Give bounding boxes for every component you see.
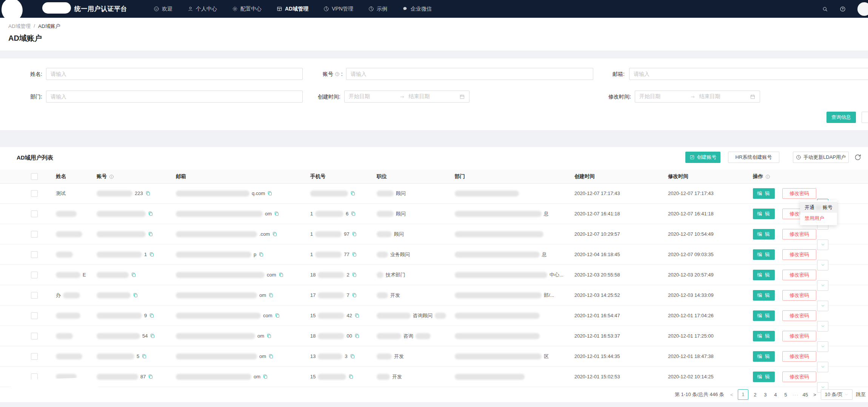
copy-icon[interactable] <box>149 252 154 257</box>
copy-icon[interactable] <box>266 333 272 339</box>
edit-button[interactable]: 编 辑 <box>753 290 775 301</box>
copy-icon[interactable] <box>131 272 136 278</box>
change-password-button[interactable]: 修改密码 <box>782 229 816 240</box>
page-size-select[interactable]: 10 条/页 <box>821 389 853 400</box>
copy-icon[interactable] <box>268 292 274 298</box>
copy-icon[interactable] <box>133 292 138 298</box>
copy-icon[interactable] <box>275 313 280 318</box>
edit-button[interactable]: 编 辑 <box>753 229 775 240</box>
dropdown-item-disable-user[interactable]: 禁用用户 <box>800 213 837 224</box>
edit-button[interactable]: 编 辑 <box>753 270 775 280</box>
copy-icon[interactable] <box>148 374 153 379</box>
change-password-button[interactable]: 修改密码 <box>782 270 816 280</box>
copy-icon[interactable] <box>259 252 264 257</box>
email-filter-input[interactable] <box>629 68 868 80</box>
copy-icon[interactable] <box>142 353 147 359</box>
next-page-button[interactable]: > <box>812 392 817 398</box>
copy-icon[interactable] <box>272 231 277 237</box>
modified-range-picker[interactable]: 开始日期 结束日期 <box>635 91 760 103</box>
create-account-button[interactable]: 创建账号 <box>685 152 720 163</box>
copy-icon[interactable] <box>263 374 268 379</box>
redacted-logo-text <box>42 2 71 14</box>
avatar[interactable] <box>857 2 868 16</box>
reset-button[interactable]: 重置 <box>862 112 868 123</box>
row-checkbox[interactable] <box>31 312 38 319</box>
edit-button[interactable]: 编 辑 <box>753 351 775 362</box>
change-password-button[interactable]: 修改密码 <box>782 372 816 382</box>
row-checkbox[interactable] <box>31 353 38 360</box>
copy-icon[interactable] <box>352 292 357 298</box>
row-checkbox[interactable] <box>31 190 38 197</box>
page-2[interactable]: 2 <box>752 392 759 398</box>
copy-icon[interactable] <box>279 272 284 278</box>
redacted-text <box>416 333 431 339</box>
row-checkbox[interactable] <box>31 251 38 258</box>
dept-cell <box>455 224 543 244</box>
edit-button[interactable]: 编 辑 <box>753 209 775 219</box>
copy-icon[interactable] <box>148 231 153 237</box>
edit-button[interactable]: 编 辑 <box>753 331 775 341</box>
edit-button[interactable]: 编 辑 <box>753 249 775 260</box>
hr-create-account-button[interactable]: HR系统创建账号 <box>728 152 779 163</box>
copy-icon[interactable] <box>350 353 355 359</box>
change-password-button[interactable]: 修改密码 <box>782 188 816 199</box>
copy-icon[interactable] <box>352 252 357 257</box>
row-checkbox[interactable] <box>31 210 38 217</box>
page-3[interactable]: 3 <box>762 392 769 398</box>
copy-icon[interactable] <box>348 374 354 379</box>
copy-icon[interactable] <box>351 211 356 217</box>
copy-icon[interactable] <box>150 333 155 339</box>
copy-icon[interactable] <box>274 211 279 217</box>
copy-icon[interactable] <box>145 190 151 196</box>
copy-icon[interactable] <box>268 353 274 359</box>
created-range-picker[interactable]: 开始日期 结束日期 <box>344 91 469 103</box>
edit-button[interactable]: 编 辑 <box>753 188 775 199</box>
row-checkbox[interactable] <box>31 231 38 238</box>
col-email: 邮箱 <box>176 170 186 183</box>
search-icon[interactable] <box>822 6 828 12</box>
copy-icon[interactable] <box>267 190 272 196</box>
row-checkbox[interactable] <box>31 292 38 299</box>
copy-icon[interactable] <box>352 272 357 278</box>
page-1[interactable]: 1 <box>738 389 748 400</box>
change-password-button[interactable]: 修改密码 <box>782 290 816 301</box>
row-checkbox[interactable] <box>31 272 38 278</box>
position-cell: 顾问 <box>377 224 404 244</box>
copy-icon[interactable] <box>352 231 357 237</box>
account-filter-input[interactable] <box>346 68 593 80</box>
change-password-button[interactable]: 修改密码 <box>782 351 816 362</box>
row-checkbox[interactable] <box>31 333 38 339</box>
copy-icon[interactable] <box>354 313 360 318</box>
page-5[interactable]: 5 <box>782 392 789 398</box>
page-4[interactable]: 4 <box>772 392 779 398</box>
ldap-update-button[interactable]: 手动更新LDAP用户 <box>793 152 849 163</box>
page-45[interactable]: 45 <box>802 392 809 398</box>
select-all-checkbox[interactable] <box>31 173 38 180</box>
breadcrumb-parent[interactable]: AD域管理 <box>8 23 31 30</box>
help-icon[interactable] <box>840 6 846 12</box>
copy-icon[interactable] <box>354 333 360 339</box>
refresh-icon[interactable] <box>854 154 862 161</box>
edit-button[interactable]: 编 辑 <box>753 310 775 321</box>
nav-item-5[interactable]: VPN管理 <box>323 6 353 12</box>
nav-item-1[interactable]: 欢迎 <box>154 6 172 12</box>
search-button[interactable]: 查询信息 <box>826 112 856 123</box>
change-password-button[interactable]: 修改密码 <box>782 331 816 341</box>
change-password-button[interactable]: 修改密码 <box>782 310 816 321</box>
nav-item-7[interactable]: 企业微信 <box>402 6 432 12</box>
nav-item-3[interactable]: 配置中心 <box>232 6 262 12</box>
nav-item-4[interactable]: AD域管理 <box>277 6 308 12</box>
dropdown-item-enable-account[interactable]: 开通 账号 <box>800 202 837 213</box>
email-cell: com <box>176 306 280 326</box>
prev-page-button[interactable]: < <box>729 392 734 398</box>
change-password-button[interactable]: 修改密码 <box>782 249 816 260</box>
nav-item-6[interactable]: 示例 <box>368 6 387 12</box>
dept-filter-input[interactable] <box>46 91 303 103</box>
nav-item-2[interactable]: 个人中心 <box>188 6 217 12</box>
name-filter-input[interactable] <box>46 68 303 80</box>
copy-icon[interactable] <box>149 313 154 318</box>
copy-icon[interactable] <box>148 211 153 217</box>
page-ellipsis[interactable]: ··· <box>793 392 799 398</box>
copy-icon[interactable] <box>350 190 356 196</box>
edit-button[interactable]: 编 辑 <box>753 372 775 382</box>
